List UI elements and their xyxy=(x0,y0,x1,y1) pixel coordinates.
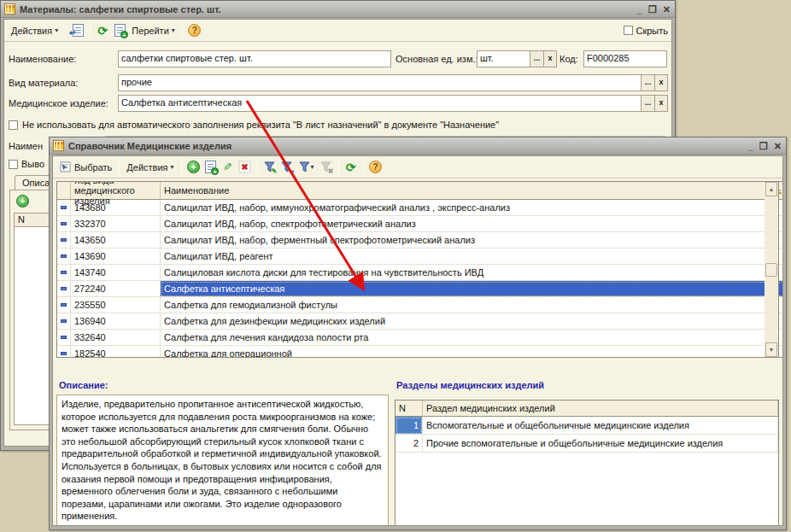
desktop: Материалы: салфетки спиртовые стер. шт. … xyxy=(0,0,791,532)
scrollbar-thumb[interactable] xyxy=(765,263,777,277)
table-row[interactable]: 143650Салицилат ИВД, набор, ферментный с… xyxy=(57,232,783,248)
table-row[interactable]: 143690Салицилат ИВД, реагент xyxy=(57,248,783,265)
actions-menu-button[interactable]: Действия ▾ xyxy=(123,161,177,174)
sections-label: Разделы медицинских изделий xyxy=(396,380,544,390)
close-icon[interactable]: ✕ xyxy=(663,4,671,15)
minimize-icon[interactable]: _ xyxy=(748,141,753,151)
table-row[interactable]: 332640Салфетка для лечения кандидоза пол… xyxy=(57,330,783,346)
code-label: Код: xyxy=(560,54,578,64)
description-text[interactable]: Изделие, предварительно пропитанное анти… xyxy=(56,395,389,526)
help-button[interactable]: ? xyxy=(367,159,384,176)
vertical-scrollbar[interactable]: ▲ ▼ xyxy=(765,181,779,358)
window-icon xyxy=(4,3,15,15)
edit-button[interactable]: ✎ xyxy=(220,159,237,176)
code-input[interactable]: F0000285 xyxy=(583,50,667,67)
base-unit-label: Основная ед. изм.: xyxy=(396,54,478,64)
table-row[interactable]: 272240Салфетка антисептическая xyxy=(57,281,783,297)
item-marker-icon xyxy=(57,232,71,248)
filter-by-value-button[interactable]: ▪ xyxy=(278,159,296,176)
table-row[interactable]: 332370Салицилат ИВД, набор, спектрофотом… xyxy=(57,216,783,232)
table-row[interactable]: 235550Салфетка для гемодиализной фистулы xyxy=(57,297,783,313)
filter-settings-icon: ✎ xyxy=(264,161,276,173)
base-unit-clear-button[interactable]: x xyxy=(543,50,557,67)
auto-fill-checkbox-label: Не использовать для автоматического запо… xyxy=(22,120,499,130)
table-row[interactable]: 143740Салициловая кислота диски для тест… xyxy=(57,265,783,281)
section-row[interactable]: 2Прочие вспомогательные и общебольничные… xyxy=(396,435,778,453)
directory-toolbar: Выбрать Действия ▾ + + ✎ ✖ ✎ xyxy=(53,156,782,178)
close-icon[interactable]: ✕ xyxy=(774,141,782,151)
refresh-icon: ⟳ xyxy=(346,161,356,174)
name-cell: Салфетка для гемодиализной фистулы xyxy=(161,297,770,313)
table-row[interactable]: 136940Салфетка для дезинфекции медицинск… xyxy=(57,313,783,330)
code-cell: 332370 xyxy=(71,216,161,232)
scroll-up-icon[interactable]: ▲ xyxy=(765,182,777,196)
add-row-icon[interactable]: + xyxy=(16,195,29,208)
clipped-name-label: Наимен xyxy=(9,141,43,151)
name-cell: Салицилат ИВД, набор, спектрофотометриче… xyxy=(161,216,770,232)
material-kind-clear-button[interactable]: x xyxy=(654,74,668,91)
goto-menu-button[interactable]: Перейти ▾ xyxy=(128,24,179,38)
name-input[interactable]: салфетки спиртовые стер. шт. xyxy=(118,50,391,67)
scroll-down-icon[interactable]: ▼ xyxy=(765,342,777,357)
material-kind-input[interactable]: прочие xyxy=(118,74,642,91)
products-table-body: 143680Салицилат ИВД, набор, иммунохромат… xyxy=(57,200,783,358)
auto-fill-checkbox[interactable] xyxy=(9,120,18,130)
materials-window-title: Материалы: салфетки спиртовые стер. шт. xyxy=(20,4,221,15)
directory-window-title: Справочник Медицинские изделия xyxy=(68,141,231,151)
name-cell: Салициловая кислота диски для тестирован… xyxy=(161,265,770,281)
column-header-n[interactable]: N xyxy=(396,400,423,416)
name-cell: Салфетка для лечения кандидоза полости р… xyxy=(161,330,770,346)
item-marker-icon xyxy=(57,216,71,232)
name-cell: Салфетка для операционной xyxy=(161,346,770,358)
code-cell: 235550 xyxy=(71,297,161,313)
medical-product-label: Медицинское изделие: xyxy=(9,98,108,108)
filter-settings-button[interactable]: ✎ xyxy=(261,159,278,176)
edit-icon: ✎ xyxy=(223,161,232,173)
code-cell: 143650 xyxy=(71,232,161,248)
hide-checkbox[interactable] xyxy=(624,26,633,35)
sections-table-header: N Раздел медицинских изделий xyxy=(396,400,778,417)
section-row[interactable]: 1Вспомогательные и общебольничные медици… xyxy=(396,417,778,435)
column-header-code[interactable]: Код вида медицинского изделия xyxy=(71,182,161,199)
item-marker-icon xyxy=(57,248,71,265)
material-kind-ellipsis-button[interactable]: ... xyxy=(641,74,655,91)
minimize-icon[interactable]: _ xyxy=(637,4,642,15)
hide-checkbox-label: Скрыть xyxy=(636,26,668,36)
reread-button[interactable]: ⟳ xyxy=(94,22,111,39)
products-table-header: Код вида медицинского изделия Наименован… xyxy=(57,182,783,200)
delete-button[interactable]: ✖ xyxy=(237,159,254,176)
filter-history-button[interactable]: ▾ xyxy=(296,159,318,176)
table-row[interactable]: 182540Салфетка для операционной xyxy=(57,346,783,358)
add-group-button[interactable]: + xyxy=(202,159,220,176)
copy-button[interactable]: + xyxy=(111,22,128,39)
add-group-icon: + xyxy=(205,161,216,173)
filter-history-icon xyxy=(299,161,311,173)
add-item-button[interactable]: + xyxy=(185,159,202,176)
base-unit-input[interactable]: шт. xyxy=(477,50,530,67)
item-marker-icon xyxy=(57,265,71,281)
clear-filter-icon: ✖ xyxy=(320,161,332,173)
name-cell: Салицилат ИВД, набор, иммунохроматографи… xyxy=(161,200,770,216)
item-marker-icon xyxy=(57,281,71,297)
name-cell: Салицилат ИВД, набор, ферментный спектро… xyxy=(161,232,770,248)
materials-titlebar[interactable]: Материалы: салфетки спиртовые стер. шт. … xyxy=(1,1,675,18)
directory-titlebar[interactable]: Справочник Медицинские изделия _ ❒ ✕ xyxy=(50,137,786,155)
base-unit-ellipsis-button[interactable]: ... xyxy=(530,50,544,67)
sections-table: N Раздел медицинских изделий 1Вспомогате… xyxy=(395,400,779,526)
maximize-icon[interactable]: ❒ xyxy=(759,141,768,151)
clear-filter-button[interactable]: ✖ xyxy=(318,159,335,176)
column-header-name[interactable]: Наименование xyxy=(161,182,770,199)
filter-by-value-icon: ▪ xyxy=(281,161,293,173)
table-row[interactable]: 143680Салицилат ИВД, набор, иммунохромат… xyxy=(57,200,783,216)
help-button[interactable]: ? xyxy=(186,22,203,39)
medical-product-clear-button[interactable]: x xyxy=(654,95,668,112)
write-and-close-button[interactable]: ↵ xyxy=(69,22,86,39)
select-button[interactable]: Выбрать xyxy=(56,160,115,174)
refresh-button[interactable]: ⟳ xyxy=(343,159,360,176)
actions-menu-button[interactable]: Действия ▾ xyxy=(8,24,62,38)
column-header-section[interactable]: Раздел медицинских изделий xyxy=(423,400,778,416)
maximize-icon[interactable]: ❒ xyxy=(648,4,657,15)
medical-product-input[interactable]: Салфетка антисептическая xyxy=(118,95,642,112)
medical-product-ellipsis-button[interactable]: ... xyxy=(641,95,655,112)
output-checkbox[interactable] xyxy=(9,160,18,169)
